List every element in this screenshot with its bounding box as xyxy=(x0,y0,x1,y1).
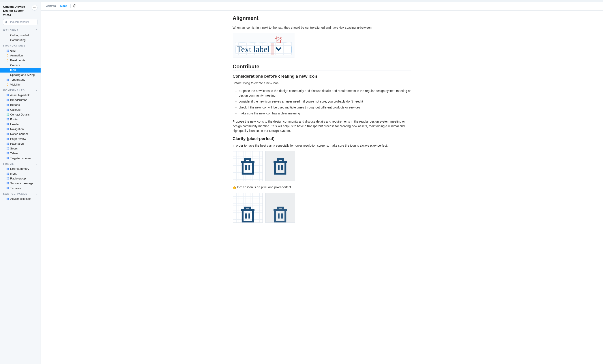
nav-group-header-forms[interactable]: FORMS⌄ xyxy=(0,161,41,166)
sidebar-item-label: Breakpoints xyxy=(10,59,39,62)
svg-rect-70 xyxy=(7,173,7,173)
list-item: consider if the new icon serves an user … xyxy=(239,99,411,104)
component-icon xyxy=(6,142,9,145)
nav-group-title: FOUNDATIONS xyxy=(3,44,26,47)
svg-rect-86 xyxy=(7,198,7,199)
sidebar-item-label: Contact Details xyxy=(10,113,39,116)
sidebar-item-spacing-and-sizing[interactable]: Spacing and Sizing xyxy=(0,73,41,77)
svg-rect-66 xyxy=(7,168,7,169)
svg-rect-27 xyxy=(8,114,8,114)
svg-rect-25 xyxy=(8,110,8,111)
sidebar-item-label: Animation xyxy=(10,54,39,57)
sidebar-item-label: Pagination xyxy=(10,142,39,145)
sidebar-item-breadcrumbs[interactable]: ›Breadcrumbs xyxy=(0,98,41,102)
svg-rect-87 xyxy=(8,198,8,199)
nav-group-header-sample[interactable]: SAMPLE PAGES⌄ xyxy=(0,191,41,196)
sidebar-item-typography[interactable]: ›Typography xyxy=(0,77,41,82)
sidebar-item-error-summary[interactable]: ›Error summary xyxy=(0,166,41,171)
search-icon xyxy=(5,21,7,23)
sidebar: Citizens Advice Design System v4.0.5 ⋯ /… xyxy=(0,2,41,364)
chevron-down-icon: ⌄ xyxy=(36,89,37,91)
component-icon xyxy=(6,198,9,200)
svg-rect-24 xyxy=(7,110,7,111)
sidebar-item-animation[interactable]: Animation xyxy=(0,53,41,58)
component-icon xyxy=(6,79,9,81)
sidebar-item-getting-started[interactable]: Getting started xyxy=(0,33,41,38)
sidebar-item-notice-banner[interactable]: ›Notice banner xyxy=(0,132,41,136)
sidebar-item-label: Page review xyxy=(10,137,39,140)
nav-group-header-welcome[interactable]: WELCOME⌃ xyxy=(0,27,41,33)
clarity-good-grid-tile xyxy=(233,151,263,181)
sidebar-item-breakpoints[interactable]: Breakpoints xyxy=(0,58,41,63)
caret-icon: › xyxy=(3,118,5,121)
search-input[interactable] xyxy=(9,21,41,23)
svg-rect-50 xyxy=(7,143,7,144)
svg-rect-10 xyxy=(7,94,7,95)
sidebar-item-header[interactable]: ›Header xyxy=(0,122,41,127)
search-box[interactable]: / xyxy=(3,19,37,25)
sidebar-item-callouts[interactable]: ›Callouts xyxy=(0,107,41,112)
sidebar-item-asset-hyperlink[interactable]: ›Asset hyperlink xyxy=(0,93,41,98)
clarity-example-bad-row xyxy=(233,193,411,223)
svg-rect-6 xyxy=(7,79,7,80)
sidebar-item-buttons[interactable]: ›Buttons xyxy=(0,102,41,107)
svg-rect-4 xyxy=(7,51,7,52)
sidebar-item-icon[interactable]: Icon xyxy=(0,68,41,73)
trash-icon xyxy=(238,156,258,176)
svg-rect-14 xyxy=(7,99,7,100)
tab-canvas[interactable]: Canvas xyxy=(44,2,58,10)
sidebar-item-contributing[interactable]: Contributing xyxy=(0,38,41,43)
caret-icon: › xyxy=(3,182,5,184)
sidebar-item-colours[interactable]: Colours xyxy=(0,63,41,68)
doc-scroll[interactable]: Alignment When an icon is right next to … xyxy=(41,11,603,364)
sidebar-item-grid[interactable]: ›Grid xyxy=(0,48,41,53)
sidebar-item-footer[interactable]: ›Footer xyxy=(0,117,41,122)
sidebar-item-label: Breadcrumbs xyxy=(10,98,39,102)
more-button[interactable]: ⋯ xyxy=(32,5,37,11)
sidebar-item-page-review[interactable]: ›Page review xyxy=(0,136,41,141)
component-icon xyxy=(6,118,9,121)
sidebar-item-textarea[interactable]: ›Textarea xyxy=(0,186,41,191)
considerations-intro: Before trying to create a new icon: xyxy=(233,81,411,86)
sidebar-item-radio-group[interactable]: ›Radio group xyxy=(0,176,41,181)
sidebar-item-contact-details[interactable]: Contact Details xyxy=(0,112,41,117)
caret-icon: › xyxy=(3,143,5,145)
list-item: propose the new icons to the design comm… xyxy=(239,89,411,98)
clarity-good-solid-tile xyxy=(265,151,295,181)
svg-rect-84 xyxy=(7,189,7,189)
svg-rect-30 xyxy=(7,119,7,119)
nav-group-header-foundations[interactable]: FOUNDATIONS⌄ xyxy=(0,43,41,48)
component-icon xyxy=(6,133,9,135)
sidebar-item-pagination[interactable]: ›Pagination xyxy=(0,141,41,146)
sidebar-item-label: Radio group xyxy=(10,177,39,180)
svg-rect-89 xyxy=(8,199,8,200)
sidebar-item-input[interactable]: ›Input xyxy=(0,171,41,176)
svg-rect-67 xyxy=(8,168,8,169)
svg-rect-64 xyxy=(7,159,7,159)
sidebar-item-navigation[interactable]: ›Navigation xyxy=(0,127,41,132)
sidebar-item-visibility[interactable]: Visibility xyxy=(0,82,41,87)
sidebar-item-label: Error summary xyxy=(10,167,39,171)
sidebar-item-label: Input xyxy=(10,172,39,175)
svg-rect-61 xyxy=(8,154,8,154)
clarity-paragraph: In order to have the best clarity especi… xyxy=(233,143,411,148)
svg-rect-83 xyxy=(8,187,8,188)
caret-icon: › xyxy=(3,168,5,170)
globe-icon xyxy=(73,4,76,8)
sidebar-item-label: Buttons xyxy=(10,103,39,106)
trash-icon xyxy=(270,204,290,223)
clarity-do-caption: 👍 Do: an icon is on pixel and pixel-perf… xyxy=(233,185,411,190)
sidebar-item-targeted-content[interactable]: ›Targeted content xyxy=(0,156,41,161)
sidebar-item-success-message[interactable]: ›Success message xyxy=(0,181,41,186)
globe-button[interactable] xyxy=(71,2,78,10)
tab-docs[interactable]: Docs xyxy=(58,2,70,10)
sidebar-item-search[interactable]: ›Search xyxy=(0,146,41,151)
tab-divider xyxy=(70,4,70,8)
svg-rect-51 xyxy=(8,143,8,144)
document-icon xyxy=(6,34,9,37)
chevron-up-icon: ⌃ xyxy=(36,29,37,31)
nav-group-title: COMPONENTS xyxy=(3,89,25,91)
sidebar-item-advice-collection[interactable]: ›Advice collection xyxy=(0,196,41,201)
sidebar-item-tables[interactable]: ›Tables xyxy=(0,151,41,156)
nav-group-header-components[interactable]: COMPONENTS⌄ xyxy=(0,87,41,93)
